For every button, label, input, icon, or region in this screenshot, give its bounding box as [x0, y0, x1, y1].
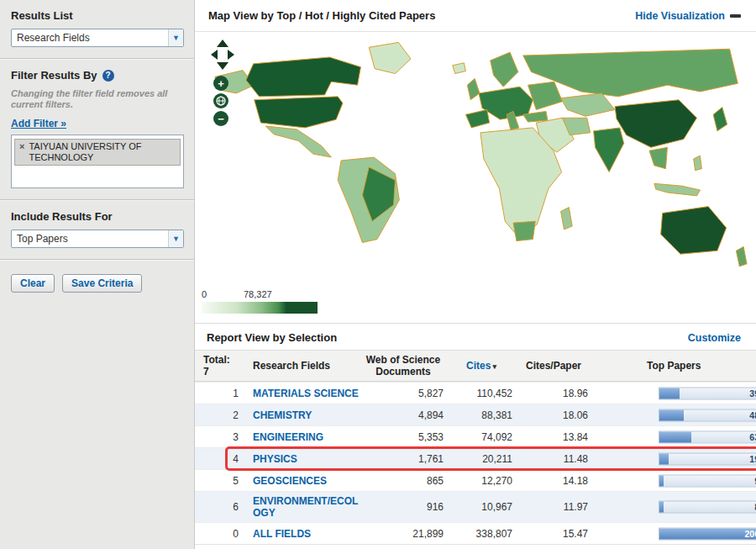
report-title: Report View by Selection: [207, 331, 337, 344]
top-papers-cell: 48: [591, 408, 756, 422]
top-papers-bar: 63: [659, 430, 756, 443]
sidebar: Results List Research Fields ▼ Filter Re…: [0, 0, 195, 549]
top-papers-cell: 8: [591, 500, 756, 515]
table-header-row: Total: 7 Research Fields Web of Science …: [195, 350, 756, 382]
cites-per-paper-value: 15.47: [516, 528, 591, 540]
country-indonesia: [654, 183, 701, 196]
country-canada: [246, 57, 361, 97]
total-count: Total: 7: [195, 354, 249, 377]
cites-value: 12,270: [447, 475, 516, 487]
top-papers-value: 39: [749, 388, 756, 399]
research-field-cell: GEOSCIENCES: [249, 475, 360, 487]
column-header-top-papers: Top Papers: [591, 360, 756, 372]
top-papers-value: 19: [749, 453, 756, 464]
country-madagascar: [561, 208, 573, 230]
top-papers-value: 48: [749, 409, 756, 420]
row-rank: 2: [195, 409, 249, 421]
pan-up-icon: [217, 40, 228, 47]
top-papers-bar: 8: [659, 501, 756, 514]
column-header-wos-documents: Web of Science Documents: [360, 354, 447, 377]
table-row: 1MATERIALS SCIENCE5,827110,45218.9639: [195, 382, 756, 404]
sort-desc-icon: ▾: [492, 362, 496, 371]
cites-value: 10,967: [447, 501, 516, 513]
table-row: 4PHYSICS1,76120,21111.4819: [195, 447, 756, 469]
research-field-link[interactable]: PHYSICS: [253, 453, 297, 465]
include-results-heading: Include Results For: [11, 210, 183, 223]
map-legend: 0 78,327: [195, 289, 756, 323]
top-papers-cell: 19: [591, 451, 756, 466]
help-icon[interactable]: ?: [102, 70, 114, 82]
country-mexico: [265, 126, 331, 157]
results-list-heading: Results List: [11, 9, 183, 22]
wos-documents-value: 4,894: [360, 409, 447, 421]
legend-labels: 0 78,327: [202, 289, 328, 301]
research-field-link[interactable]: CHEMISTRY: [253, 409, 312, 421]
cites-value: 20,211: [447, 453, 516, 465]
clear-button[interactable]: Clear: [11, 274, 55, 293]
active-filter-chip[interactable]: × TAIYUAN UNIVERSITY OF TECHNOLOGY: [14, 139, 181, 166]
table-row: 2CHEMISTRY4,89488,38118.0648: [195, 404, 756, 425]
zoom-controls: + −: [213, 76, 228, 126]
top-papers-cell: 206: [591, 526, 756, 541]
pan-control-icon[interactable]: [210, 39, 235, 71]
country-iceland: [453, 63, 466, 74]
pan-right-icon: [228, 50, 234, 60]
country-japan: [713, 108, 727, 131]
research-field-link[interactable]: ENGINEERING: [253, 431, 323, 443]
row-rank: 1: [195, 388, 249, 399]
hide-visualization-link[interactable]: Hide Visualization: [635, 10, 741, 22]
row-rank: 0: [195, 528, 249, 540]
filter-heading-label: Filter Results By: [11, 69, 97, 82]
country-china: [615, 100, 697, 148]
research-field-link[interactable]: GEOSCIENCES: [253, 475, 327, 487]
top-papers-bar: 19: [659, 452, 756, 465]
row-rank: 4: [195, 453, 249, 465]
research-field-cell: CHEMISTRY: [249, 409, 360, 421]
country-new-zealand: [736, 246, 747, 266]
cites-value: 88,381: [447, 409, 516, 421]
include-results-dropdown[interactable]: Top Papers ▼: [11, 230, 184, 248]
filter-section: Filter Results By ? Changing the filter …: [0, 60, 194, 199]
include-results-selected: Top Papers: [17, 233, 68, 245]
zoom-in-button[interactable]: +: [213, 76, 228, 91]
column-header-cites-per-paper: Cites/Paper: [516, 360, 591, 372]
research-field-cell: MATERIALS SCIENCE: [249, 388, 360, 399]
world-map[interactable]: [208, 35, 749, 282]
wos-documents-value: 865: [360, 475, 447, 487]
research-field-link[interactable]: ALL FIELDS: [253, 528, 311, 540]
customize-link[interactable]: Customize: [688, 332, 741, 344]
country-india: [594, 128, 624, 172]
top-papers-cell: 9: [591, 473, 756, 488]
research-field-link[interactable]: MATERIALS SCIENCE: [253, 388, 359, 399]
add-filter-link[interactable]: Add Filter »: [11, 118, 66, 129]
zoom-out-button[interactable]: −: [213, 111, 228, 126]
table-body: 1MATERIALS SCIENCE5,827110,45218.96392CH…: [195, 382, 756, 545]
sidebar-actions: Clear Save Criteria: [0, 261, 194, 306]
active-filter-label: TAIYUAN UNIVERSITY OF TECHNOLOGY: [29, 141, 176, 163]
results-list-dropdown[interactable]: Research Fields ▼: [11, 29, 184, 47]
row-rank: 3: [195, 431, 249, 443]
globe-icon[interactable]: [213, 93, 228, 108]
app-window: Results List Research Fields ▼ Filter Re…: [0, 0, 756, 549]
region-scandinavia: [491, 52, 518, 87]
map-title: Map View by Top / Hot / Highly Cited Pap…: [208, 9, 435, 22]
report-header: Report View by Selection Customize: [195, 323, 756, 350]
legend-max-value: 78,327: [244, 289, 272, 299]
remove-filter-icon[interactable]: ×: [19, 141, 24, 152]
active-filters-listbox[interactable]: × TAIYUAN UNIVERSITY OF TECHNOLOGY: [11, 135, 184, 188]
filter-heading: Filter Results By ?: [11, 69, 183, 82]
minus-icon: [730, 14, 741, 18]
chevron-down-icon: ▼: [168, 29, 183, 46]
hide-visualization-label: Hide Visualization: [635, 10, 725, 22]
results-list-section: Results List Research Fields ▼: [0, 0, 194, 58]
column-header-cites[interactable]: Cites▾: [447, 360, 516, 372]
cites-header-label: Cites: [466, 360, 491, 372]
top-papers-value: 206: [744, 528, 756, 539]
table-row: 0ALL FIELDS21,899338,80715.47206: [195, 522, 756, 545]
save-criteria-button[interactable]: Save Criteria: [62, 274, 142, 293]
country-greenland: [369, 42, 411, 73]
chevron-down-icon: ▼: [168, 230, 183, 247]
research-field-link[interactable]: ENVIRONMENT/ECOLOGY: [253, 495, 358, 519]
results-list-selected: Research Fields: [17, 32, 90, 44]
top-papers-cell: 39: [591, 386, 756, 400]
